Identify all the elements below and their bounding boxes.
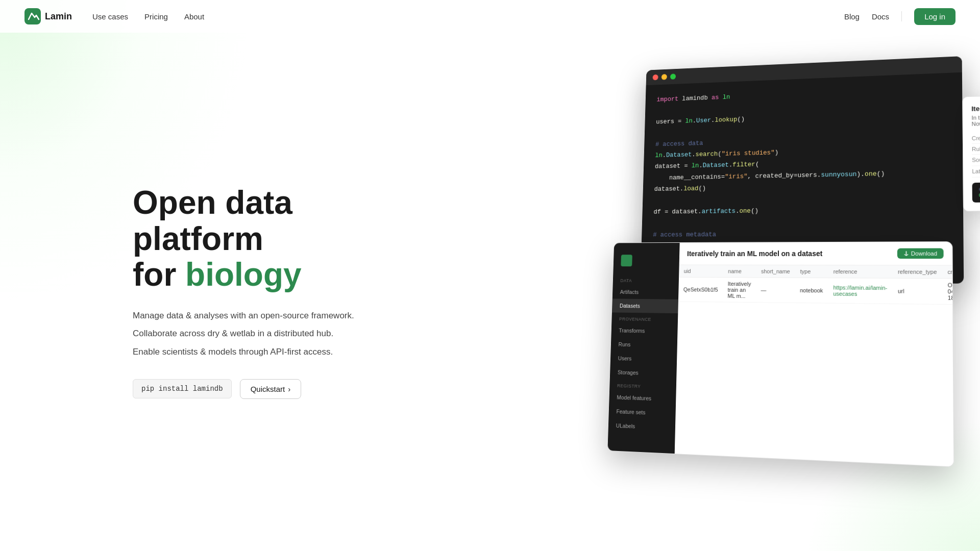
sidebar-section-data: Data bbox=[613, 274, 679, 285]
window-dot-yellow bbox=[662, 74, 667, 80]
sidebar-section-provenance: Provenance bbox=[611, 312, 678, 324]
nav-left: Lamin Use cases Pricing About bbox=[24, 8, 204, 24]
nav-right: Blog Docs Log in bbox=[844, 8, 955, 25]
code-line-comment-2: # access metadata bbox=[653, 227, 950, 240]
nav-link-blog[interactable]: Blog bbox=[844, 12, 860, 21]
cell-uid: QeSetxS0b1f5 bbox=[678, 277, 723, 302]
hero-title-line2: for biology bbox=[133, 256, 302, 293]
ui-main-panel: Iteratively train an ML model on a datas… bbox=[675, 242, 954, 466]
hero-desc-2: Collaborate across dry & wetlab in a dis… bbox=[133, 327, 398, 340]
cell-reference: https://lamin.ai/lamin-usecases bbox=[828, 278, 892, 304]
hero-title-highlight: biology bbox=[185, 256, 302, 293]
detail-label-rules: Rules bbox=[972, 145, 980, 152]
window-dot-red bbox=[653, 74, 658, 81]
col-header-uid: uid bbox=[679, 265, 723, 278]
login-button[interactable]: Log in bbox=[914, 8, 955, 25]
quickstart-label: Quickstart bbox=[251, 385, 285, 393]
navbar: Lamin Use cases Pricing About Blog Docs … bbox=[0, 0, 980, 33]
hero-visual: import lamindb as ln users = ln.User.loo… bbox=[602, 58, 980, 456]
sidebar-item-transforms[interactable]: Transforms bbox=[611, 323, 677, 339]
sidebar-item-runs[interactable]: Runs bbox=[611, 337, 678, 353]
detail-code-snippet: # 1s 11:34 df = Transform.filter(iter_..… bbox=[972, 180, 980, 203]
nav-link-pricing[interactable]: Pricing bbox=[144, 12, 168, 21]
quickstart-arrow: › bbox=[288, 385, 290, 393]
hero-title: Open data platform for biology bbox=[133, 185, 398, 292]
hero-text-section: Open data platform for biology Manage da… bbox=[133, 185, 398, 399]
detail-label-created-by: Created by bbox=[972, 134, 980, 141]
logo-text: Lamin bbox=[45, 11, 72, 22]
col-header-created-at: created_at bbox=[942, 265, 953, 279]
nav-divider bbox=[901, 11, 902, 21]
hero-desc-3: Enable scientists & models through API-f… bbox=[133, 345, 398, 359]
hero-desc-1: Manage data & analyses with an open-sour… bbox=[133, 309, 398, 322]
svg-rect-0 bbox=[24, 8, 41, 24]
detail-row-created-by: Created by sunnyosun bbox=[972, 129, 980, 144]
cell-created-at: October 04, 2023, 18:57:42 bbox=[942, 279, 953, 305]
cell-name: Iteratively train an ML m... bbox=[723, 278, 756, 303]
sidebar-item-ulabels[interactable]: ULabels bbox=[608, 418, 676, 435]
cell-reference-type: url bbox=[893, 278, 943, 304]
install-command: pip install lamindb bbox=[133, 379, 232, 398]
nav-right-links: Blog Docs bbox=[844, 12, 889, 21]
hero-description: Manage data & analyses with an open-sour… bbox=[133, 309, 398, 359]
col-header-name: name bbox=[723, 265, 756, 278]
window-dot-green bbox=[670, 73, 676, 80]
ui-sidebar-logo bbox=[613, 251, 679, 274]
col-header-short-name: short_name bbox=[756, 265, 795, 278]
main-content: Open data platform for biology Manage da… bbox=[0, 33, 980, 551]
detail-label-latest-report: Latest report bbox=[972, 167, 980, 174]
sidebar-logo-icon bbox=[621, 255, 632, 266]
ui-sidebar: Data Artifacts Datasets Provenance Trans… bbox=[607, 243, 679, 454]
logo-link[interactable]: Lamin bbox=[24, 8, 72, 24]
nav-links: Use cases Pricing About bbox=[92, 12, 204, 21]
quickstart-button[interactable]: Quickstart › bbox=[240, 379, 302, 399]
cell-short-name: — bbox=[755, 278, 795, 303]
ui-main-title: Iteratively train an ML model on a datas… bbox=[687, 249, 822, 258]
ui-app-window: Data Artifacts Datasets Provenance Trans… bbox=[607, 241, 954, 467]
sidebar-item-datasets[interactable]: Datasets bbox=[612, 298, 678, 313]
screenshot-container: import lamindb as ln users = ln.User.loo… bbox=[607, 54, 980, 470]
detail-panel: Iteratively train an ML model on a datas… bbox=[962, 90, 980, 211]
hero-actions: pip install lamindb Quickstart › bbox=[133, 379, 398, 399]
table-row[interactable]: QeSetxS0b1f5 Iteratively train an ML m..… bbox=[678, 277, 953, 305]
sidebar-item-users[interactable]: Users bbox=[610, 351, 677, 367]
nav-link-about[interactable]: About bbox=[184, 12, 204, 21]
detail-label-source-code: Source code bbox=[972, 156, 980, 164]
detail-panel-title: Iteratively train an ML model on a datas… bbox=[971, 99, 980, 112]
sidebar-item-artifacts[interactable]: Artifacts bbox=[612, 285, 679, 299]
sidebar-item-storages[interactable]: Storages bbox=[610, 365, 677, 381]
logo-icon bbox=[24, 8, 41, 24]
nav-link-docs[interactable]: Docs bbox=[872, 12, 889, 21]
hero-title-line1: Open data platform bbox=[133, 184, 292, 257]
nav-link-use-cases[interactable]: Use cases bbox=[92, 12, 128, 21]
